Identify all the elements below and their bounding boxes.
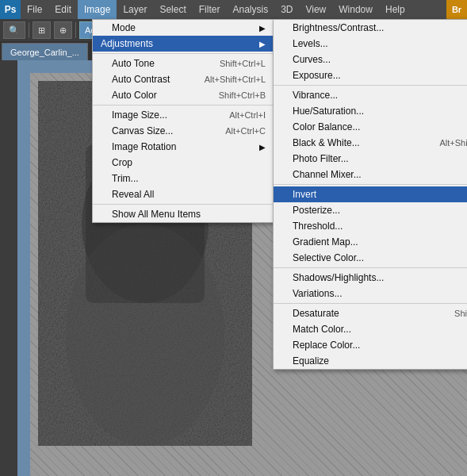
- menu-item-match-color[interactable]: Match Color...: [274, 321, 467, 337]
- ruler-vertical: [17, 73, 30, 476]
- menu-item-variations[interactable]: Variations...: [274, 286, 467, 301]
- menu-edit[interactable]: Edit: [48, 0, 78, 19]
- menu-item-auto-color[interactable]: Auto Color Shift+Ctrl+B: [93, 87, 274, 103]
- menu-item-adjustments[interactable]: Adjustments ▶: [93, 36, 274, 52]
- menu-item-replace-color[interactable]: Replace Color...: [274, 337, 467, 353]
- toolbar-sep-1: [29, 22, 29, 38]
- menu-item-canvas-size[interactable]: Canvas Size... Alt+Ctrl+C: [93, 123, 274, 139]
- menu-item-curves[interactable]: Curves... Ctrl+M: [274, 52, 467, 67]
- adjustments-dropdown-menu: Brightness/Contrast... Levels... Ctrl+L …: [273, 19, 467, 370]
- menu-image[interactable]: Image: [78, 0, 117, 19]
- separator-1: [93, 53, 274, 54]
- menu-item-crop[interactable]: Crop: [93, 155, 274, 171]
- menu-item-equalize[interactable]: Equalize: [274, 353, 467, 369]
- menu-layer[interactable]: Layer: [117, 0, 153, 19]
- menu-item-photo-filter[interactable]: Photo Filter...: [274, 151, 467, 167]
- menu-item-exposure[interactable]: Exposure...: [274, 67, 467, 83]
- adj-sep-1: [274, 85, 467, 86]
- menu-help[interactable]: Help: [379, 0, 411, 19]
- zoom-fit-btn[interactable]: ⊞: [33, 21, 51, 39]
- ps-logo: Ps: [0, 0, 21, 19]
- zoom-plus-btn[interactable]: ⊕: [54, 21, 72, 39]
- menu-item-selective-color[interactable]: Selective Color...: [274, 250, 467, 266]
- arrow-icon: ▶: [259, 143, 266, 152]
- arrow-icon: ▶: [259, 24, 266, 33]
- document-tab[interactable]: George_Carlin_...: [2, 43, 88, 60]
- menu-item-hue-saturation[interactable]: Hue/Saturation... Ctrl+U: [274, 103, 467, 119]
- menu-item-color-balance[interactable]: Color Balance... Ctrl+B: [274, 119, 467, 135]
- menu-item-brightness-contrast[interactable]: Brightness/Contrast...: [274, 20, 467, 36]
- menu-window[interactable]: Window: [332, 0, 379, 19]
- menu-item-image-rotation[interactable]: Image Rotation ▶: [93, 139, 274, 155]
- menu-analysis[interactable]: Analysis: [226, 0, 274, 19]
- menu-item-reveal-all[interactable]: Reveal All: [93, 186, 274, 202]
- menu-3d[interactable]: 3D: [274, 0, 299, 19]
- menu-item-posterize[interactable]: Posterize...: [274, 202, 467, 218]
- adj-sep-3: [274, 267, 467, 268]
- arrow-icon: ▶: [259, 40, 266, 48]
- menu-item-black-white[interactable]: Black & White... Alt+Shift+Ctrl+B: [274, 135, 467, 151]
- menu-item-desaturate[interactable]: Desaturate Shift+Ctrl+U: [274, 305, 467, 321]
- menu-filter[interactable]: Filter: [193, 0, 227, 19]
- zoom-tool[interactable]: 🔍: [3, 21, 25, 39]
- separator-3: [93, 204, 274, 205]
- menu-select[interactable]: Select: [153, 0, 192, 19]
- menu-item-channel-mixer[interactable]: Channel Mixer...: [274, 167, 467, 182]
- menu-file[interactable]: File: [21, 0, 48, 19]
- menu-item-mode[interactable]: Mode ▶: [93, 20, 274, 36]
- menu-item-shadows-highlights[interactable]: Shadows/Highlights...: [274, 270, 467, 286]
- menu-item-trim[interactable]: Trim...: [93, 171, 274, 186]
- menu-bar: Ps File Edit Image Layer Select Filter A…: [0, 0, 467, 19]
- adj-sep-4: [274, 303, 467, 304]
- menu-item-image-size[interactable]: Image Size... Alt+Ctrl+I: [93, 107, 274, 123]
- menu-item-auto-tone[interactable]: Auto Tone Shift+Ctrl+L: [93, 56, 274, 71]
- menu-item-invert[interactable]: Invert Ctrl+I: [274, 186, 467, 202]
- image-dropdown-menu: Mode ▶ Adjustments ▶ Auto Tone Shift+Ctr…: [92, 19, 274, 223]
- menu-item-levels[interactable]: Levels... Ctrl+L: [274, 36, 467, 52]
- separator-2: [93, 105, 274, 106]
- adj-sep-2: [274, 184, 467, 185]
- toolbar-sep-2: [75, 22, 76, 38]
- tools-panel: [0, 60, 17, 476]
- menu-view[interactable]: View: [299, 0, 332, 19]
- menu-item-vibrance[interactable]: Vibrance...: [274, 87, 467, 103]
- menu-item-show-all[interactable]: Show All Menu Items: [93, 206, 274, 222]
- menu-item-threshold[interactable]: Threshold...: [274, 218, 467, 234]
- bridge-icon[interactable]: Br: [446, 0, 467, 19]
- menu-item-auto-contrast[interactable]: Auto Contrast Alt+Shift+Ctrl+L: [93, 71, 274, 87]
- menu-item-gradient-map[interactable]: Gradient Map...: [274, 234, 467, 250]
